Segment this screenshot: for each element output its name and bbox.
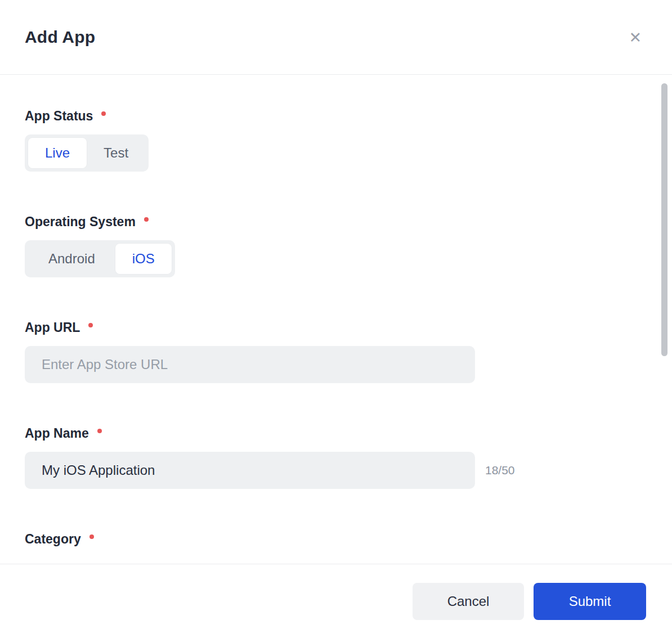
field-category: Category [25, 532, 647, 547]
modal-body: App Status Live Test Operating System An… [0, 75, 672, 547]
category-label-text: Category [25, 532, 81, 547]
app-name-input[interactable] [25, 452, 475, 489]
os-option-ios[interactable]: iOS [115, 244, 172, 274]
app-url-label: App URL [25, 320, 647, 335]
modal-header: Add App ✕ [0, 0, 672, 75]
required-dot [101, 111, 106, 116]
app-url-input-row [25, 346, 647, 383]
app-url-label-text: App URL [25, 320, 80, 335]
char-counter: 18/50 [485, 464, 515, 477]
field-operating-system: Operating System Android iOS [25, 214, 647, 277]
app-status-option-test[interactable]: Test [87, 138, 145, 168]
submit-button[interactable]: Submit [534, 583, 646, 620]
app-name-label: App Name [25, 426, 647, 441]
app-status-label-text: App Status [25, 109, 93, 124]
operating-system-label-text: Operating System [25, 214, 136, 230]
cancel-button[interactable]: Cancel [413, 583, 524, 620]
modal-title: Add App [25, 28, 95, 47]
app-name-input-row: 18/50 [25, 452, 647, 489]
required-dot [88, 323, 93, 327]
app-name-label-text: App Name [25, 426, 89, 441]
modal-footer: Cancel Submit [0, 564, 672, 638]
app-status-label: App Status [25, 109, 647, 124]
field-app-url: App URL [25, 320, 647, 383]
field-app-name: App Name 18/50 [25, 426, 647, 489]
close-icon[interactable]: ✕ [629, 30, 642, 45]
app-status-segmented-control: Live Test [25, 134, 149, 172]
app-status-option-live[interactable]: Live [28, 138, 87, 168]
scrollbar-thumb[interactable] [661, 83, 667, 356]
required-dot [144, 217, 149, 222]
operating-system-segmented-control: Android iOS [25, 240, 175, 277]
operating-system-label: Operating System [25, 214, 647, 230]
os-option-android[interactable]: Android [28, 244, 115, 274]
required-dot [89, 534, 94, 539]
required-dot [97, 429, 102, 433]
field-app-status: App Status Live Test [25, 109, 647, 172]
category-label: Category [25, 532, 647, 547]
app-url-input[interactable] [25, 346, 475, 383]
